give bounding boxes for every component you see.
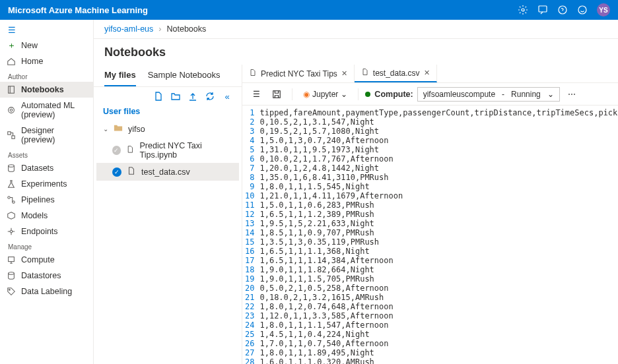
svg-rect-8	[12, 136, 15, 138]
close-icon[interactable]: ✕	[424, 69, 430, 77]
svg-rect-7	[8, 132, 11, 135]
svg-point-6	[10, 109, 13, 111]
help-icon[interactable]	[557, 5, 568, 15]
status-dot-icon	[365, 92, 370, 97]
svg-point-0	[522, 9, 524, 11]
tree-file-csv-label: test_data.csv	[141, 167, 190, 177]
more-icon[interactable]: ⋯	[564, 88, 580, 101]
breadcrumb-workspace-link[interactable]: yifso-aml-eus	[104, 24, 153, 34]
svg-point-10	[8, 197, 11, 199]
nav-pipelines[interactable]: Pipelines	[0, 192, 93, 208]
svg-rect-16	[273, 90, 281, 98]
compute-select[interactable]: yifsoamleuscompute - Running ⌄	[417, 87, 560, 102]
editor-pane: Predict NYC Taxi Tips ✕ test_data.csv ✕ …	[242, 65, 618, 364]
editor-tab-notebook[interactable]: Predict NYC Taxi Tips ✕	[242, 65, 355, 82]
nav-datalabeling[interactable]: Data Labeling	[0, 284, 93, 299]
close-icon[interactable]: ✕	[341, 69, 347, 78]
menu-icon[interactable]: ☰	[249, 88, 264, 101]
chevron-right-icon: ›	[158, 24, 161, 34]
tree-file-csv[interactable]: ✓ test_data.csv	[96, 163, 239, 181]
nav-designer[interactable]: Designer (preview)	[0, 123, 93, 148]
files-pane: My files Sample Notebooks « User files ⌄…	[94, 65, 242, 364]
svg-rect-13	[9, 257, 15, 262]
nav-group-author: Author	[0, 69, 93, 82]
svg-point-14	[9, 272, 15, 275]
chevron-down-icon: ⌄	[341, 90, 347, 99]
page-title: Notebooks	[94, 39, 618, 65]
hamburger-icon[interactable]: ☰	[0, 22, 93, 38]
breadcrumb-current: Notebooks	[167, 24, 207, 34]
svg-point-3	[578, 6, 586, 14]
tab-sample-notebooks[interactable]: Sample Notebooks	[148, 65, 221, 86]
compute-icon	[7, 255, 16, 264]
models-icon	[7, 211, 16, 220]
code-viewer[interactable]: 1234567891011121314151617181920212223242…	[242, 106, 618, 364]
nav-group-assets: Assets	[0, 148, 93, 160]
editor-tab-csv[interactable]: test_data.csv ✕	[355, 65, 437, 82]
feedback-icon[interactable]	[537, 5, 548, 15]
editor-tabs: Predict NYC Taxi Tips ✕ test_data.csv ✕	[242, 65, 618, 83]
nav-home[interactable]: Home	[0, 53, 93, 69]
file-icon	[249, 69, 257, 78]
nav-datasets[interactable]: Datasets	[0, 160, 93, 176]
radio-selected-icon: ✓	[112, 167, 121, 177]
compute-status: Running	[511, 90, 541, 99]
notebook-icon	[7, 85, 16, 94]
nav-endpoints[interactable]: Endpoints	[0, 224, 93, 239]
breadcrumb: yifso-aml-eus › Notebooks	[94, 20, 618, 39]
upload-icon[interactable]	[188, 91, 198, 102]
file-tree: User files ⌄ yifso ✓ Predict NYC Taxi Ti…	[94, 106, 242, 181]
compute-label: Compute:	[374, 90, 413, 99]
automl-icon	[7, 106, 16, 115]
collapse-icon[interactable]: «	[222, 91, 232, 102]
chevron-down-icon: ⌄	[547, 90, 554, 99]
svg-point-5	[9, 107, 15, 113]
folder-icon	[114, 123, 123, 135]
divider	[292, 88, 292, 100]
nav-experiments[interactable]: Experiments	[0, 176, 93, 192]
product-title: Microsoft Azure Machine Learning	[8, 5, 148, 15]
save-icon[interactable]	[268, 88, 285, 101]
tree-folder-label: yifso	[128, 125, 145, 134]
datastores-icon	[7, 271, 16, 280]
plus-icon: ＋	[7, 41, 16, 50]
experiments-icon	[7, 179, 16, 189]
files-toolbar: «	[94, 87, 242, 106]
top-bar: Microsoft Azure Machine Learning YS	[0, 0, 618, 20]
tree-folder-row[interactable]: ⌄ yifso	[96, 120, 239, 138]
compute-name: yifsoamleuscompute	[423, 90, 495, 99]
smiley-icon[interactable]	[577, 5, 588, 15]
nav-models[interactable]: Models	[0, 208, 93, 224]
left-nav: ☰ ＋New Home Author Notebooks Automated M…	[0, 20, 94, 364]
jupyter-dropdown[interactable]: ◉Jupyter ⌄	[299, 88, 351, 101]
gear-icon[interactable]	[518, 5, 528, 15]
new-folder-icon[interactable]	[170, 91, 181, 102]
nav-compute[interactable]: Compute	[0, 252, 93, 268]
jupyter-icon: ◉	[303, 90, 310, 99]
labeling-icon	[7, 287, 16, 296]
designer-icon	[7, 131, 16, 140]
editor-toolbar: ☰ ◉Jupyter ⌄ Compute: yifsoamleuscompute…	[242, 83, 618, 106]
pipelines-icon	[7, 195, 16, 204]
line-gutter: 1234567891011121314151617181920212223242…	[242, 106, 259, 364]
nav-datastores[interactable]: Datastores	[0, 268, 93, 284]
radio-unselected-icon: ✓	[112, 146, 121, 155]
compute-sep: -	[502, 90, 504, 99]
nav-automl[interactable]: Automated ML (preview)	[0, 98, 93, 123]
editor-tab1-label: Predict NYC Taxi Tips	[261, 69, 337, 78]
tab-my-files[interactable]: My files	[104, 65, 136, 86]
datasets-icon	[7, 164, 16, 173]
svg-rect-1	[539, 6, 547, 12]
avatar[interactable]: YS	[597, 3, 610, 16]
tree-file-notebook[interactable]: ✓ Predict NYC Taxi Tips.ipynb	[96, 138, 239, 163]
svg-point-12	[10, 230, 13, 233]
nav-new[interactable]: ＋New	[0, 38, 93, 53]
svg-point-15	[9, 289, 11, 291]
new-file-icon[interactable]	[153, 91, 164, 102]
file-icon	[361, 68, 369, 78]
divider	[358, 88, 359, 100]
svg-rect-4	[9, 86, 15, 94]
refresh-icon[interactable]	[205, 91, 215, 102]
nav-notebooks[interactable]: Notebooks	[0, 82, 93, 98]
tree-head-user-files: User files	[96, 106, 239, 120]
